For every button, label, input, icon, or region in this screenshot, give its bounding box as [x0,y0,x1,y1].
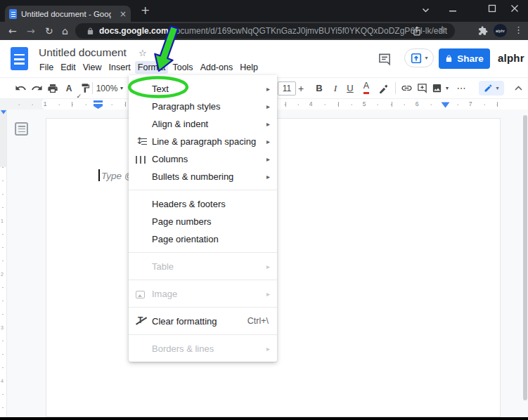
text-color-icon[interactable]: A [361,78,372,98]
new-tab-button[interactable]: + [141,4,150,17]
reload-icon[interactable]: ↻ [45,24,53,38]
share-page-icon[interactable] [412,26,422,36]
menu-item[interactable] [129,190,277,190]
vertical-ruler-margin [0,110,6,167]
more-options-icon[interactable]: ⋯ [454,78,468,98]
paint-format-icon[interactable] [77,78,93,98]
menu-item[interactable]: Bullets & numbering ▸ [129,168,277,185]
right-indent-marker[interactable] [441,102,450,108]
extensions-icon[interactable] [478,26,488,36]
menubar-item[interactable]: Edit [58,61,79,74]
increase-font-icon[interactable]: + [295,78,307,98]
docs-logo-icon[interactable] [11,47,28,70]
ruler-half-tick [285,102,286,107]
document-title[interactable]: Untitled document [39,46,127,59]
zoom-caret-icon[interactable]: ▾ [118,78,125,98]
close-button[interactable] [510,4,519,13]
menu-item[interactable]: Table ▸ [129,258,277,275]
undo-icon[interactable] [13,78,28,98]
submenu-arrow-icon: ▸ [266,345,270,353]
submenu-arrow-icon: ▸ [266,103,270,110]
menu-item[interactable] [129,334,277,335]
menu-item[interactable] [129,252,277,253]
toolbar-divider [395,82,396,94]
left-indent-marker[interactable] [93,100,103,109]
menu-item[interactable]: Clear formatting Ctrl+\ [129,313,277,330]
insert-image-icon[interactable] [430,78,444,98]
vertical-ruler-number: 1 [1,218,4,223]
bold-icon[interactable]: B [314,78,325,98]
menu-item[interactable]: Align & indent ▸ [129,115,277,133]
submenu-arrow-icon: ▸ [266,138,270,145]
menu-item-label: Line & paragraph spacing [152,136,269,147]
zoom-select[interactable]: 100% [96,78,117,98]
menubar-item[interactable]: Format [135,61,169,74]
account-logo[interactable]: alphr [498,52,524,64]
menubar-item[interactable]: File [37,61,56,74]
profile-avatar[interactable]: alphr [494,24,507,37]
add-comment-icon[interactable] [415,78,429,98]
maximize-button[interactable] [488,4,496,13]
forward-icon[interactable]: → [27,24,35,38]
menu-item[interactable] [129,307,277,308]
menu-item[interactable] [129,280,277,280]
format-menu: Text ▸ Paragraph styles ▸ Align & indent… [129,75,277,362]
browser-tab[interactable]: Untitled document - Google Doc × [5,6,131,22]
ruler-half-tick [392,102,392,107]
menu-item[interactable]: Text ▸ [129,80,277,98]
menubar-item[interactable]: Add-ons [198,61,236,74]
browser-toolbar: ← → ↻ ⌂ docs.google.com/document/d/169cw… [0,22,528,40]
menu-item[interactable]: Paragraph styles ▸ [129,98,277,115]
image-caret-icon[interactable]: ▾ [444,78,451,98]
address-bar[interactable]: docs.google.com/document/d/169cwNqQGTKnG… [75,23,455,39]
tab-close-icon[interactable]: × [120,10,127,18]
mode-button[interactable]: ▾ [404,48,434,67]
italic-icon[interactable]: I [330,78,341,98]
print-icon[interactable] [45,78,60,98]
line-spacing-icon [136,136,148,147]
bookmark-star-icon[interactable]: ☆ [438,24,446,34]
back-icon[interactable]: ← [8,24,17,38]
home-icon[interactable]: ⌂ [62,24,68,38]
toolbar-divider [92,82,93,94]
tab-search-chevron-icon[interactable] [422,8,430,13]
ruler-number: 7 [468,100,474,108]
redo-icon[interactable] [29,78,44,98]
font-size-input[interactable]: 11 [278,81,296,96]
columns-icon [136,156,146,164]
menu-item[interactable]: Columns ▸ [129,150,277,168]
highlight-color-icon[interactable] [377,78,391,98]
menubar-item[interactable]: View [80,61,105,74]
share-button[interactable]: Share [439,48,490,69]
spellcheck-icon[interactable]: A✓ [61,78,77,98]
url-text: docs.google.com/document/d/169cwNqQGTKnG… [99,26,447,36]
tab-title: Untitled document - Google Doc [21,10,111,18]
menubar-item[interactable]: Help [237,61,261,74]
window-border [0,417,528,420]
menu-item[interactable]: Page orientation [129,230,277,248]
menu-item[interactable]: Page numbers [129,213,277,230]
menubar-item[interactable]: Tools [169,61,195,74]
menubar-item[interactable]: Insert [106,61,134,74]
vertical-ruler[interactable]: 1234 [0,110,7,417]
url-domain: docs.google.com [99,26,169,36]
editing-mode-button[interactable]: ▾ [479,81,504,96]
top-margin-marker[interactable] [1,110,7,114]
minimize-button[interactable] [449,5,457,13]
ruler-number: 1 [42,100,49,108]
menu-item[interactable]: Borders & lines ▸ [129,340,277,357]
menu-item-label: Page orientation [152,234,269,244]
vertical-scrollbar[interactable] [523,115,527,400]
document-outline-icon[interactable] [15,122,28,136]
menu-item[interactable]: Headers & footers [129,195,277,213]
star-document-icon[interactable]: ☆ [139,48,147,58]
submenu-arrow-icon: ▸ [266,263,270,270]
menu-item-label: Bullets & numbering [152,171,269,182]
hide-menus-icon[interactable] [512,78,524,98]
menu-item[interactable]: Line & paragraph spacing ▸ [129,133,277,150]
browser-menu-icon[interactable]: ⋮ [514,25,523,35]
menu-item[interactable]: Image ▸ [129,285,277,303]
underline-icon[interactable]: U [345,78,356,98]
insert-link-icon[interactable] [399,78,414,98]
comment-history-icon[interactable] [378,53,392,66]
